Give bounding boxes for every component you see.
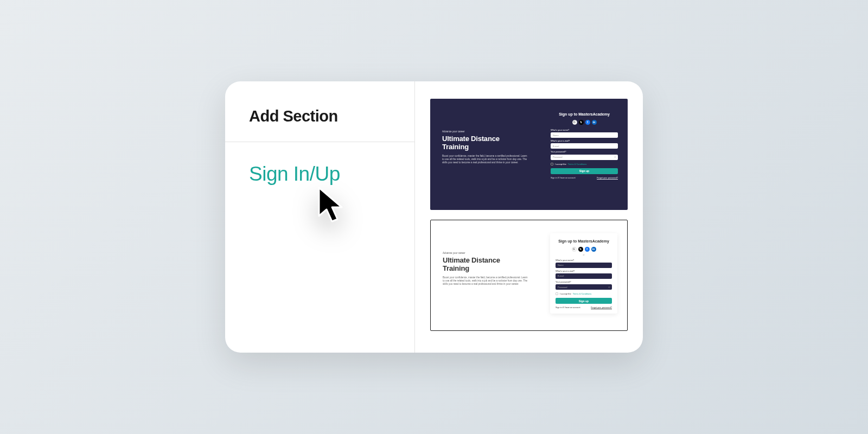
name-label: What's your name? — [556, 259, 612, 261]
signup-button[interactable]: Sign up — [556, 298, 612, 304]
email-input[interactable]: E-mail — [556, 273, 612, 279]
left-panel: Add Section Sign In/Up — [225, 81, 415, 353]
social-buttons: G 𝕏 f in — [551, 120, 618, 125]
signin-link[interactable]: Sign in if I have an account — [551, 177, 576, 180]
form-links: Sign in if I have an account Forgot your… — [556, 307, 612, 309]
terms-link[interactable]: Terms & Conditions — [573, 292, 592, 295]
email-label: What's your e-mail? — [551, 139, 618, 142]
x-icon[interactable]: 𝕏 — [578, 247, 583, 252]
google-icon[interactable]: G — [572, 120, 577, 125]
menu-item-sign-in-up[interactable]: Sign In/Up — [249, 163, 391, 186]
preview-form: Sign up to MastersAcademy G 𝕏 f in What'… — [546, 99, 628, 210]
panel-header: Add Section — [225, 81, 414, 142]
terms-checkbox[interactable] — [551, 163, 553, 165]
linkedin-icon[interactable]: in — [592, 120, 597, 125]
preview-title: Ultimate Distance Training — [443, 257, 539, 273]
facebook-icon[interactable]: f — [585, 247, 590, 252]
panel-body: Sign In/Up — [225, 142, 414, 206]
password-input[interactable]: Password👁 — [556, 284, 612, 290]
cursor-icon — [315, 186, 354, 229]
google-icon[interactable]: G — [572, 247, 577, 252]
terms-row: I accept the Terms & Conditions — [551, 163, 618, 165]
forgot-password-link[interactable]: Forgot your password? — [597, 177, 618, 180]
terms-checkbox[interactable] — [556, 292, 558, 295]
terms-row: I accept the Terms & Conditions — [556, 292, 612, 295]
name-label: What's your name? — [551, 129, 618, 131]
password-label: Your password? — [556, 280, 612, 283]
preview-left: Advance your career Ultimate Distance Tr… — [430, 99, 546, 210]
linkedin-icon[interactable]: in — [591, 247, 596, 252]
preview-panel: Advance your career Ultimate Distance Tr… — [415, 81, 643, 353]
panel-title: Add Section — [249, 107, 391, 125]
or-divider: or — [556, 254, 612, 257]
eye-icon[interactable]: 👁 — [608, 286, 610, 289]
signup-button[interactable]: Sign up — [551, 168, 618, 174]
preview-description: Boost your confidence, master the field,… — [442, 155, 529, 165]
email-input[interactable]: E-mail — [551, 143, 618, 149]
form-title: Sign up to MastersAcademy — [551, 112, 618, 117]
name-input[interactable]: Name — [551, 132, 618, 138]
email-label: What's your e-mail? — [556, 270, 612, 272]
template-preview-light[interactable]: Advance your career Ultimate Distance Tr… — [430, 220, 628, 331]
add-section-panel: Add Section Sign In/Up Advance your care… — [225, 81, 643, 353]
preview-description: Boost your confidence, master the field,… — [443, 276, 529, 286]
form-title: Sign up to MastersAcademy — [556, 239, 612, 244]
password-input[interactable]: Password👁 — [551, 155, 618, 160]
password-label: Your password? — [551, 150, 618, 153]
signin-link[interactable]: Sign in if I have an account — [556, 307, 580, 309]
terms-link[interactable]: Terms & Conditions — [568, 163, 587, 165]
facebook-icon[interactable]: f — [585, 120, 590, 125]
preview-title: Ultimate Distance Training — [442, 135, 540, 151]
form-links: Sign in if I have an account Forgot your… — [551, 177, 618, 180]
forgot-password-link[interactable]: Forgot your password? — [591, 307, 612, 309]
preview-form: Sign up to MastersAcademy G 𝕏 f in or Wh… — [546, 220, 627, 330]
x-icon[interactable]: 𝕏 — [579, 120, 584, 125]
social-buttons: G 𝕏 f in — [556, 247, 612, 252]
template-preview-dark[interactable]: Advance your career Ultimate Distance Tr… — [430, 99, 628, 210]
preview-eyebrow: Advance your career — [443, 252, 539, 255]
eye-icon[interactable]: 👁 — [614, 156, 616, 158]
preview-eyebrow: Advance your career — [442, 130, 540, 133]
name-input[interactable]: Name — [556, 263, 612, 268]
preview-left: Advance your career Ultimate Distance Tr… — [431, 220, 546, 330]
